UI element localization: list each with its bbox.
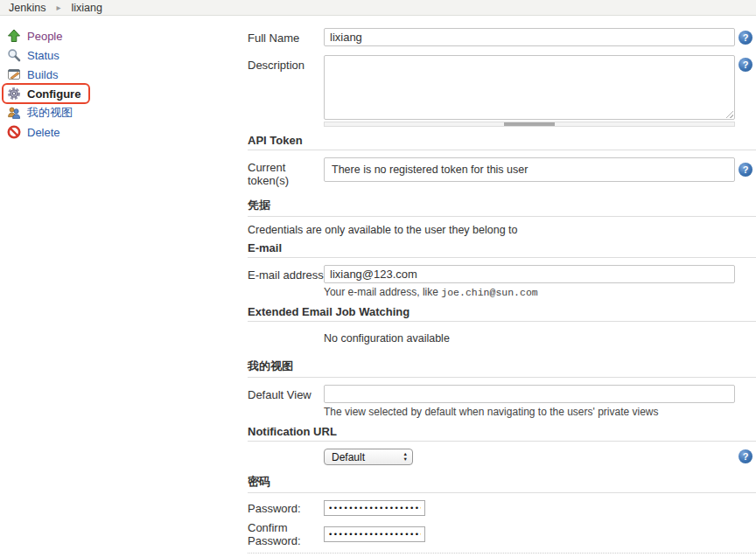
section-header-api-token: API Token: [248, 132, 756, 150]
no-entry-icon: [7, 125, 21, 139]
sidebar-item-label: Status: [27, 49, 60, 62]
select-arrows-icon: ▲▼: [403, 452, 408, 462]
sidebar-item-label: Builds: [27, 68, 58, 81]
user-configure-form: Full Name ? Description ? API Token Curr…: [248, 16, 756, 557]
button-bar: Save Apply: [248, 553, 756, 557]
search-icon: [7, 48, 21, 62]
gear-icon: [7, 87, 21, 101]
breadcrumb-separator-icon: ▸: [56, 3, 60, 12]
notepad-pencil-icon: [7, 67, 21, 81]
breadcrumb-lixiang[interactable]: lixiang: [71, 2, 102, 14]
sidebar-item-people[interactable]: People: [7, 26, 248, 45]
sidebar-item-configure[interactable]: Configure: [7, 84, 248, 103]
current-tokens-label: Current token(s): [248, 157, 324, 187]
default-view-help-text: The view selected by default when naviga…: [324, 406, 735, 418]
sidebar-item-label: Configure: [27, 87, 80, 101]
sidebar-item-label: 我的视图: [27, 105, 73, 121]
email-address-label: E-mail address: [248, 265, 324, 282]
section-header-email: E-mail: [248, 240, 756, 258]
help-icon[interactable]: ?: [738, 58, 752, 72]
sidebar-item-delete[interactable]: Delete: [7, 122, 248, 142]
up-arrow-icon: [7, 29, 21, 43]
extended-email-message: No configuration available: [324, 332, 756, 345]
breadcrumb-jenkins[interactable]: Jenkins: [9, 2, 46, 14]
confirm-password-label: Confirm Password:: [248, 521, 324, 547]
section-header-credentials: 凭据: [248, 196, 756, 217]
email-example: joe.chin@sun.com: [441, 287, 537, 298]
help-icon[interactable]: ?: [738, 31, 752, 45]
people-pair-icon: [7, 106, 21, 120]
breadcrumb: Jenkins ▸ lixiang: [0, 0, 756, 16]
email-address-input[interactable]: [324, 265, 735, 283]
full-name-label: Full Name: [248, 28, 324, 45]
current-tokens-box: There is no registered token for this us…: [324, 157, 735, 182]
help-icon[interactable]: ?: [738, 163, 752, 177]
sidebar-item-label: Delete: [27, 126, 60, 139]
help-icon[interactable]: ?: [738, 449, 752, 463]
sidebar-item-status[interactable]: Status: [7, 45, 248, 65]
default-view-label: Default View: [248, 385, 324, 401]
password-input[interactable]: [324, 500, 425, 516]
textarea-drag-bar[interactable]: [324, 122, 735, 127]
selected-option: Default: [332, 451, 365, 463]
confirm-password-input[interactable]: [324, 526, 425, 542]
credentials-note: Credentials are only available to the us…: [248, 224, 756, 236]
password-label: Password:: [248, 502, 324, 515]
section-header-password: 密码: [248, 472, 756, 493]
section-header-notification-url: Notification URL: [248, 423, 756, 442]
default-view-input[interactable]: [324, 385, 735, 403]
description-textarea[interactable]: [324, 55, 735, 120]
section-header-extended-email: Extended Email Job Watching: [248, 303, 756, 322]
notification-url-select[interactable]: Default ▲▼: [324, 449, 413, 465]
full-name-input[interactable]: [324, 28, 735, 46]
drag-grip-icon: [504, 122, 555, 126]
description-label: Description: [248, 55, 324, 72]
sidebar-item-label: People: [27, 30, 62, 43]
sidebar-item-my-views[interactable]: 我的视图: [7, 103, 248, 122]
sidebar: People Status Builds Configure: [0, 16, 248, 142]
section-header-my-views: 我的视图: [248, 357, 756, 378]
email-help-text: Your e-mail address, like joe.chin@sun.c…: [324, 286, 735, 298]
sidebar-item-builds[interactable]: Builds: [7, 65, 248, 84]
